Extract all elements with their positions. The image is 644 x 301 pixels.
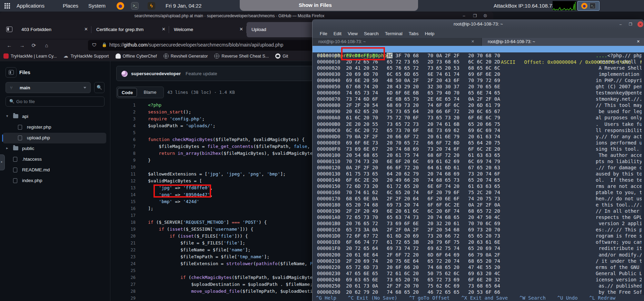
hex-dump[interactable]: 00000000FF D8 FF E03C 3F 70 6870 0A 2F 2… [313,52,644,295]
terminal-menu-edit[interactable]: Edit [334,31,341,36]
back-button[interactable]: ← [5,41,13,50]
bookmark-item[interactable]: Reverse Shell Cheat S... [214,53,269,59]
tab-close-icon[interactable]: ✕ [84,27,88,32]
tree-item-register.php[interactable]: register.php [3,122,106,133]
tab-close-icon[interactable]: ✕ [162,27,166,32]
minimize-button[interactable]: – [618,21,623,27]
terminal-menu-file[interactable]: File [320,31,327,36]
reload-button[interactable]: ⟳ [30,41,38,50]
search-this-repository-button[interactable]: 🔍 [94,82,105,93]
tab-close-icon[interactable]: ✕ [637,39,640,44]
bookmark-item[interactable]: Revshell Generator [164,53,208,59]
terminal-menu-view[interactable]: View [348,31,358,36]
show-in-files-label[interactable]: Show in Files [299,2,332,8]
line-number[interactable]: 20 [116,233,136,240]
terminal-tab-2[interactable]: root@ip-10-64-108-73: ~✕ [482,38,644,46]
line-number[interactable]: 11 [116,171,136,178]
tree-item-api[interactable]: ▾api [3,111,106,122]
forward-button[interactable]: → [18,41,26,50]
line-number[interactable]: 24 [116,260,136,267]
close-button[interactable]: ✕ [637,21,643,27]
line-number[interactable]: 27 [116,281,136,288]
line-number[interactable]: 8 [116,150,136,157]
browser-tab-3[interactable]: Welcome✕ [169,22,247,37]
chevron-icon[interactable]: ▸ [6,146,8,150]
tab-blame[interactable]: Blame [139,88,161,97]
line-number[interactable]: 21 [116,240,136,247]
window-list-applet[interactable]: >_ [577,1,600,11]
line-number[interactable]: 18 [116,219,136,226]
restore-button[interactable]: ❐ [472,13,478,19]
line-number[interactable]: 7 [116,143,136,150]
tree-item-upload.php[interactable]: upload.php [3,133,106,143]
bookmark-item[interactable]: Offline CyberChef [116,53,157,59]
restore-button[interactable]: ❐ [628,21,633,27]
close-button[interactable]: ⮾ [483,13,488,19]
tab-close-icon[interactable]: ✕ [471,39,474,44]
system-monitor-applet[interactable] [553,1,576,10]
line-number[interactable]: 4 [116,122,136,129]
commit-message[interactable]: Feature update [186,71,217,76]
line-number[interactable]: 25 [116,267,136,274]
terminal-tab-1[interactable]: root@ip-10-64-108-73: ~✕ [313,38,482,46]
sidebar-drag-handle[interactable] [0,154,5,170]
browser-tab-1[interactable]: 403 Forbidden✕ [17,22,91,37]
tree-item-README.md[interactable]: README.md [3,165,106,175]
line-number[interactable]: 29 [116,295,136,301]
firefox-launcher-icon[interactable] [117,2,124,10]
go-to-file-input[interactable]: 🔍 Go to file [6,97,105,107]
editor-launcher-icon[interactable]: ϟ [148,2,155,10]
hexedit-screen[interactable]: File: phpreverse_jpg.php ASCII Offset: 0… [313,46,644,301]
line-number[interactable]: 14 [116,191,136,198]
tree-item-index.php[interactable]: index.php [3,175,106,186]
tab-code[interactable]: Code [118,88,137,97]
terminal-menu-help[interactable]: Help [425,31,434,36]
scrollbar[interactable] [642,52,644,295]
collapse-sidebar-button[interactable] [6,67,17,78]
terminal-titlebar[interactable]: root@ip-10-64-108-73: ~ – ❐ ✕ [313,19,644,29]
bookmark-item[interactable]: TryHackMe | Learn Cy... [3,53,57,59]
line-number[interactable]: 5 [116,129,136,136]
commit-author[interactable]: supersecuredeveloper [131,71,181,76]
show-in-files-popup[interactable]: Show in Files [240,0,418,11]
lock-icon[interactable]: 🔒 [102,42,107,47]
terminal-launcher-icon[interactable]: >_ [131,2,139,10]
bookmark-item[interactable]: Git [275,53,288,59]
terminal-menu-search[interactable]: Search [364,31,379,36]
line-number[interactable]: 12 [116,178,136,184]
line-number[interactable]: 15 [116,198,136,205]
clock[interactable]: Fri 9 Jan, 04:22 [166,0,201,12]
line-number[interactable]: 16 [116,205,136,212]
line-number[interactable]: 6 [116,136,136,143]
line-number[interactable]: 10 [116,164,136,171]
line-number[interactable]: 23 [116,253,136,260]
branch-selector[interactable]: ⑂ main [6,82,91,93]
shield-icon[interactable]: 🛡 [92,42,97,48]
browser-tab-2[interactable]: Certificate for grep.thm✕ [91,22,169,37]
firefox-view-button[interactable] [3,24,15,35]
firefox-titlebar[interactable]: searchmecms/api/upload.php at main · sup… [0,12,493,20]
avatar[interactable] [121,71,128,77]
terminal-menu-terminal[interactable]: Terminal [385,31,403,36]
tree-item-public[interactable]: ▸public [3,143,106,154]
line-number[interactable]: 22 [116,247,136,253]
menu-system[interactable]: System [86,0,108,12]
menu-places[interactable]: Places [61,0,80,12]
tab-close-icon[interactable]: ✕ [239,27,243,32]
line-number[interactable]: 26 [116,274,136,281]
chevron-icon[interactable]: ▾ [6,114,8,118]
menu-applications[interactable]: Applications [14,0,47,12]
hex-cursor[interactable]: 3C [387,53,393,58]
tree-item-.htaccess[interactable]: .htaccess [3,154,106,165]
line-number[interactable]: 2 [116,109,136,116]
line-number[interactable]: 9 [116,157,136,164]
line-number[interactable]: 19 [116,226,136,233]
url-text[interactable]: https://github.com/supersecuredeveloper/… [109,42,283,48]
line-number[interactable]: 1 [116,102,136,109]
bookmark-item[interactable]: ☁TryHackMe Support [63,53,109,59]
line-number[interactable]: 3 [116,116,136,122]
line-number[interactable]: 17 [116,212,136,219]
terminal-menu-tabs[interactable]: Tabs [409,31,419,36]
line-number[interactable]: 28 [116,288,136,295]
minimize-button[interactable]: – [461,13,467,19]
